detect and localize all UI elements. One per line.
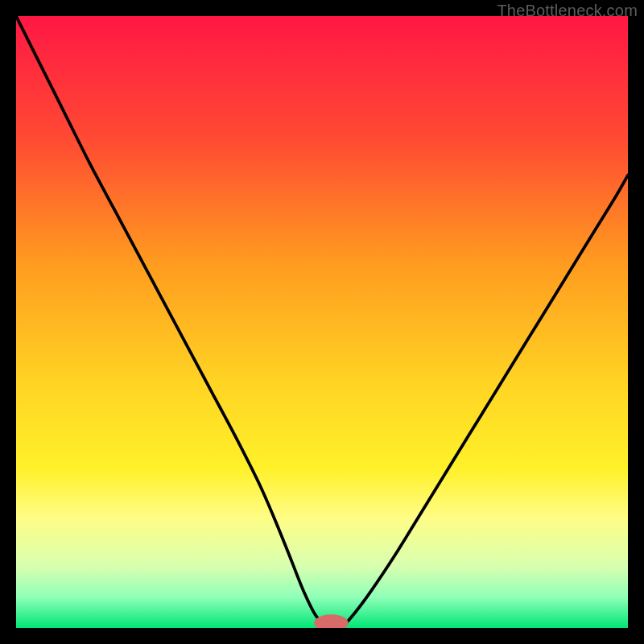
chart-background (16, 16, 628, 628)
bottleneck-chart (16, 16, 628, 628)
chart-frame: TheBottleneck.com (0, 0, 644, 644)
